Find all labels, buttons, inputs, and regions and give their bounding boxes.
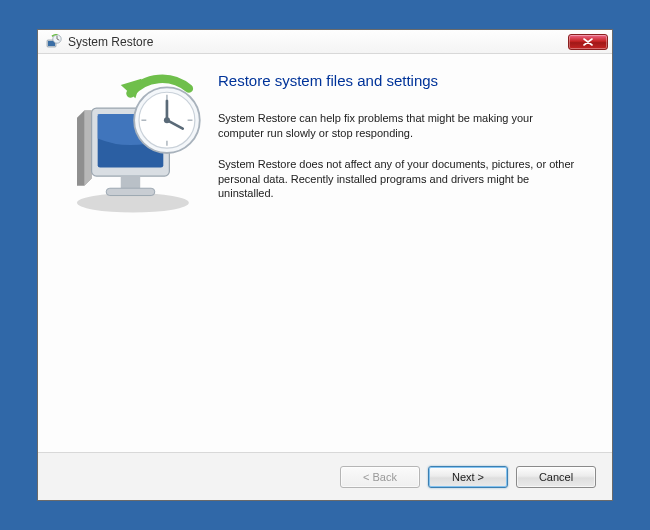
svg-point-3 [77,193,189,212]
close-button[interactable] [568,34,608,50]
illustration-pane [56,68,214,452]
system-restore-window: System Restore [37,29,613,501]
wizard-heading: Restore system files and settings [218,72,594,89]
window-title: System Restore [68,35,568,49]
wizard-paragraph-2: System Restore does not affect any of yo… [218,157,578,202]
svg-point-16 [164,117,170,123]
titlebar: System Restore [38,30,612,54]
next-button[interactable]: Next > [428,466,508,488]
wizard-paragraph-1: System Restore can help fix problems tha… [218,111,578,141]
svg-rect-6 [121,176,140,188]
svg-rect-7 [106,188,155,195]
wizard-content: Restore system files and settings System… [38,54,612,452]
cancel-button[interactable]: Cancel [516,466,596,488]
system-restore-icon [46,34,62,50]
close-icon [583,36,593,48]
back-button: < Back [340,466,420,488]
wizard-footer: < Back Next > Cancel [38,452,612,500]
wizard-body: Restore system files and settings System… [214,68,594,452]
system-restore-illustration-icon [60,210,218,222]
